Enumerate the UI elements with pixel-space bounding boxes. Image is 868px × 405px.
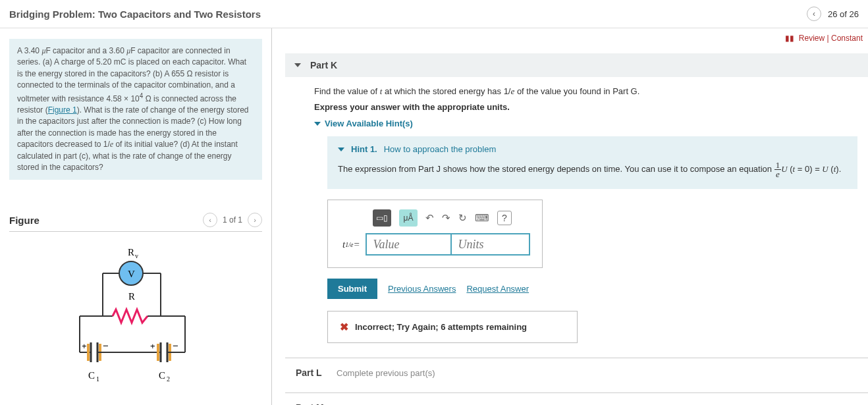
part-k-header[interactable]: Part K [285, 53, 868, 77]
part-locked-msg: Complete previous part(s) [337, 403, 435, 406]
hint-1-title: How to approach the problem [384, 144, 497, 154]
part-locked-msg: Complete previous part(s) [337, 368, 435, 378]
figure-image: Rv V R [9, 244, 262, 395]
caret-down-icon [338, 148, 344, 151]
part-k-express: Express your answer with the appropriate… [314, 102, 857, 112]
templates-button[interactable]: ▭▯ [373, 209, 391, 227]
part-label: Part M [296, 402, 330, 405]
feedback-box: ✖ Incorrect; Try Again; 6 attempts remai… [327, 311, 578, 343]
caret-down-icon [314, 122, 321, 126]
request-answer-link[interactable]: Request Answer [466, 284, 529, 294]
prev-question-button[interactable]: ‹ [807, 7, 821, 21]
svg-text:R: R [128, 247, 134, 257]
variable-label: t1/e = [340, 233, 366, 256]
svg-text:C: C [88, 370, 95, 381]
page-title: Bridging Problem: Two Capacitors and Two… [9, 9, 261, 20]
part-k-label: Part K [310, 60, 337, 70]
constants-link[interactable]: Constant [831, 34, 863, 43]
review-link[interactable]: Review [799, 34, 825, 43]
svg-text:v: v [135, 252, 138, 259]
svg-text:−: − [103, 340, 109, 351]
caret-down-icon [294, 63, 301, 67]
previous-answers-link[interactable]: Previous Answers [388, 284, 456, 294]
figure-prev-button[interactable]: ‹ [203, 213, 217, 227]
page-header: Bridging Problem: Two Capacitors and Two… [0, 0, 868, 28]
x-icon: ✖ [340, 321, 348, 333]
book-icon: ▮▮ [785, 34, 794, 43]
reset-icon[interactable]: ↻ [458, 212, 467, 224]
svg-rect-25 [157, 344, 159, 361]
problem-statement: A 3.40 μF capacitor and a 3.60 μF capaci… [9, 39, 262, 180]
answer-box: ▭▯ μÅ ↶ ↷ ↻ ⌨ ? t1/e = [327, 200, 543, 268]
figure-heading: Figure [9, 215, 40, 226]
part-locked-row: Part LComplete previous part(s) [285, 358, 868, 378]
svg-text:+: + [150, 341, 155, 351]
svg-text:2: 2 [167, 375, 170, 383]
figure-counter: 1 of 1 [223, 215, 242, 225]
help-button[interactable]: ? [497, 211, 512, 225]
view-hints-link[interactable]: View Available Hint(s) [314, 119, 857, 128]
value-input[interactable] [366, 233, 451, 256]
part-k-instruction: Find the value of t at which the stored … [314, 86, 857, 97]
part-locked-row: Part MComplete previous part(s) [285, 392, 868, 405]
undo-icon[interactable]: ↶ [425, 212, 434, 224]
right-column: ▮▮ Review | Constant Part K Find the val… [272, 28, 868, 405]
feedback-text: Incorrect; Try Again; 6 attempts remaini… [355, 322, 527, 332]
keyboard-icon[interactable]: ⌨ [475, 212, 489, 224]
left-column: A 3.40 μF capacitor and a 3.60 μF capaci… [0, 28, 272, 405]
submit-button[interactable]: Submit [327, 279, 377, 299]
svg-text:V: V [128, 269, 135, 279]
part-label: Part L [296, 367, 330, 378]
hint-1-text: The expression from Part J shows how the… [338, 161, 847, 178]
hint-1-label: Hint 1. [351, 144, 377, 154]
svg-text:−: − [173, 340, 178, 351]
hint-1-box: Hint 1. How to approach the problem The … [327, 136, 857, 189]
svg-text:1: 1 [96, 375, 99, 383]
redo-icon[interactable]: ↷ [442, 212, 450, 224]
review-links: ▮▮ Review | Constant [785, 34, 863, 43]
figure-next-button[interactable]: › [248, 213, 262, 227]
svg-rect-17 [87, 344, 90, 361]
units-input[interactable] [451, 233, 530, 256]
svg-text:C: C [159, 370, 165, 381]
svg-text:R: R [128, 291, 135, 302]
svg-text:+: + [82, 341, 87, 351]
question-counter: 26 of 26 [828, 9, 859, 19]
units-button[interactable]: μÅ [399, 209, 418, 227]
